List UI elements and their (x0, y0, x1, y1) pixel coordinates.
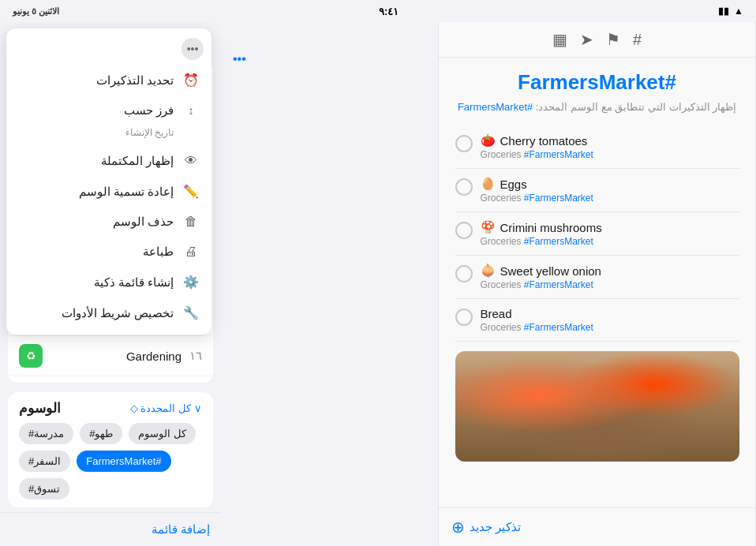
menu-item-set-reminders[interactable]: ⏰ تحديد التذكيرات (6, 65, 211, 95)
menu-item-smart-list[interactable]: ⚙️ إنشاء قائمة ذكية (6, 267, 211, 297)
tag-travel[interactable]: السفر# (19, 451, 70, 472)
tags-title: الوسوم (19, 400, 61, 417)
menu-item-print[interactable]: 🖨 طباعة (6, 237, 211, 267)
hashtag-icon[interactable]: # (633, 31, 642, 49)
content-toolbar: ••• # ⚑ ➤ ▦ (439, 22, 755, 58)
more-icon[interactable]: ••• (233, 52, 246, 66)
tag-school[interactable]: مدرسة# (19, 423, 73, 444)
chevron-down-icon: ∨ (194, 402, 202, 414)
location-icon[interactable]: ➤ (580, 30, 593, 49)
list-count-gardening: ١٦ (189, 349, 202, 363)
tags-section-header: ∨ كل المحددة ◇ الوسوم (19, 400, 202, 417)
calendar-icon[interactable]: ▦ (552, 30, 567, 49)
todo-text-5: Bread Groceries #FarmersMarket (481, 307, 739, 333)
status-bar-left: ▲ ▮▮ (718, 6, 743, 17)
menu-label-rename-tag: إعادة تسمية الوسم (19, 185, 174, 199)
todo-meta-5: Groceries #FarmersMarket (481, 322, 739, 333)
todo-meta-2: Groceries #FarmersMarket (481, 193, 739, 204)
status-time: ٩:٤١ (379, 6, 399, 17)
food-image (455, 351, 739, 462)
content-subtitle: إظهار التذكيرات التي تتطابق مع الوسم الم… (458, 101, 736, 113)
todo-meta-1: Groceries #FarmersMarket (481, 149, 739, 160)
sort-icon: ↕ (183, 104, 199, 117)
menu-label-smart-list: إنشاء قائمة ذكية (19, 275, 174, 290)
eye-icon: 👁 (183, 154, 199, 168)
menu-label-show-completed: إظهار المكتملة (19, 154, 174, 168)
sidebar-menu: ••• ⏰ تحديد التذكيرات ↕ فرز حسب تاريخ ال… (6, 28, 211, 335)
todo-name-1: 🍅 Cherry tomatoes (481, 133, 739, 148)
sort-sublabel: تاريخ الإنشاء (19, 127, 199, 138)
todo-checkbox-1[interactable] (455, 135, 473, 152)
add-reminder-bar: تذكير جديد ⊕ (439, 507, 755, 546)
clock-icon: ⏰ (183, 73, 199, 88)
todo-item-5[interactable]: Bread Groceries #FarmersMarket (455, 299, 739, 342)
todo-checkbox-4[interactable] (455, 265, 473, 282)
menu-item-show-completed[interactable]: 👁 إظهار المكتملة (6, 146, 211, 176)
menu-label-set-reminders: تحديد التذكيرات (19, 73, 174, 88)
trash-icon: 🗑 (183, 215, 199, 229)
wrench-icon: 🔧 (183, 305, 199, 320)
tag-food[interactable]: طهو# (80, 423, 122, 444)
menu-item-sort[interactable]: ↕ فرز حسب تاريخ الإنشاء (6, 95, 211, 146)
todo-text-3: 🍄 Crimini mushrooms Groceries #FarmersMa… (481, 220, 739, 247)
list-icon-gardening: ♻ (19, 344, 43, 368)
menu-label-delete-tag: حذف الوسم (19, 215, 174, 229)
add-reminder-label: تذكير جديد (470, 520, 521, 534)
todo-checkbox-5[interactable] (455, 309, 473, 326)
tags-grid: كل الوسوم طهو# مدرسة# #FarmersMarket الس… (19, 423, 202, 499)
todo-item-1[interactable]: 🍅 Cherry tomatoes Groceries #FarmersMark… (455, 125, 739, 169)
content-body: #FarmersMarket إظهار التذكيرات التي تتطا… (439, 58, 755, 507)
sidebar-menu-close[interactable]: ••• (182, 38, 204, 60)
content-panel: ••• # ⚑ ➤ ▦ #FarmersMarket إظهار التذكير… (438, 22, 756, 546)
todo-meta-4: Groceries #FarmersMarket (481, 279, 739, 290)
flag-icon[interactable]: ⚑ (606, 30, 620, 49)
add-icon: ⊕ (451, 518, 465, 537)
tag-all-tags[interactable]: كل الوسوم (129, 423, 196, 444)
menu-item-rename-tag[interactable]: ✏️ إعادة تسمية الوسم (6, 176, 211, 207)
bottom-sidebar-bar: إضافة قائمة (0, 512, 221, 546)
todo-name-4: 🧅 Sweet yellow onion (481, 264, 739, 278)
menu-item-delete-tag[interactable]: 🗑 حذف الوسم (6, 207, 211, 237)
print-icon: 🖨 (183, 245, 199, 259)
tag-farmersmarket[interactable]: #FarmersMarket (77, 451, 170, 472)
todo-item-4[interactable]: 🧅 Sweet yellow onion Groceries #FarmersM… (455, 256, 739, 299)
content-title: #FarmersMarket (518, 70, 676, 95)
todo-meta-3: Groceries #FarmersMarket (481, 236, 739, 247)
tags-filter[interactable]: ∨ كل المحددة ◇ (130, 402, 202, 414)
todo-name-5: Bread (481, 307, 739, 320)
menu-item-customize-toolbar[interactable]: 🔧 تخصيص شريط الأدوات (6, 297, 211, 328)
list-item-plants[interactable]: ٤ Plants to get ✏ (8, 376, 213, 383)
todo-text-2: 🥚 Eggs Groceries #FarmersMarket (481, 177, 739, 204)
battery-icon: ▮▮ (718, 6, 729, 17)
menu-label-sort: فرز حسب (19, 103, 174, 118)
todo-name-3: 🍄 Crimini mushrooms (481, 220, 739, 234)
todo-text-1: 🍅 Cherry tomatoes Groceries #FarmersMark… (481, 133, 739, 160)
todo-checkbox-2[interactable] (455, 178, 473, 196)
tags-filter-label: كل المحددة ◇ (130, 402, 191, 414)
add-list-button[interactable]: إضافة قائمة (152, 522, 210, 537)
todo-item-3[interactable]: 🍄 Crimini mushrooms Groceries #FarmersMa… (455, 212, 739, 256)
menu-label-customize-toolbar: تخصيص شريط الأدوات (19, 306, 174, 320)
tags-section: ∨ كل المحددة ◇ الوسوم كل الوسوم طهو# مدر… (8, 392, 213, 507)
status-bar: ▲ ▮▮ ٩:٤١ الاثنين ٥ يونيو (0, 0, 756, 22)
main-container: ••• ⏰ تحديد التذكيرات ↕ فرز حسب تاريخ ال… (0, 22, 756, 546)
list-item-gardening[interactable]: ١٦ Gardening ♻ (8, 335, 213, 376)
add-reminder-button[interactable]: تذكير جديد ⊕ (451, 518, 521, 537)
wifi-icon: ▲ (734, 6, 743, 17)
todo-checkbox-3[interactable] (455, 222, 473, 239)
food-image-inner (455, 351, 739, 462)
todo-text-4: 🧅 Sweet yellow onion Groceries #FarmersM… (481, 264, 739, 290)
todo-name-2: 🥚 Eggs (481, 177, 739, 191)
gear-icon: ⚙️ (183, 275, 199, 290)
tag-shopping[interactable]: تسوق# (19, 478, 69, 499)
pencil-icon: ✏️ (183, 184, 199, 199)
todo-item-2[interactable]: 🥚 Eggs Groceries #FarmersMarket (455, 169, 739, 212)
menu-label-print: طباعة (19, 245, 174, 259)
list-name-gardening: Gardening (51, 350, 182, 363)
status-date: الاثنين ٥ يونيو (13, 6, 59, 17)
